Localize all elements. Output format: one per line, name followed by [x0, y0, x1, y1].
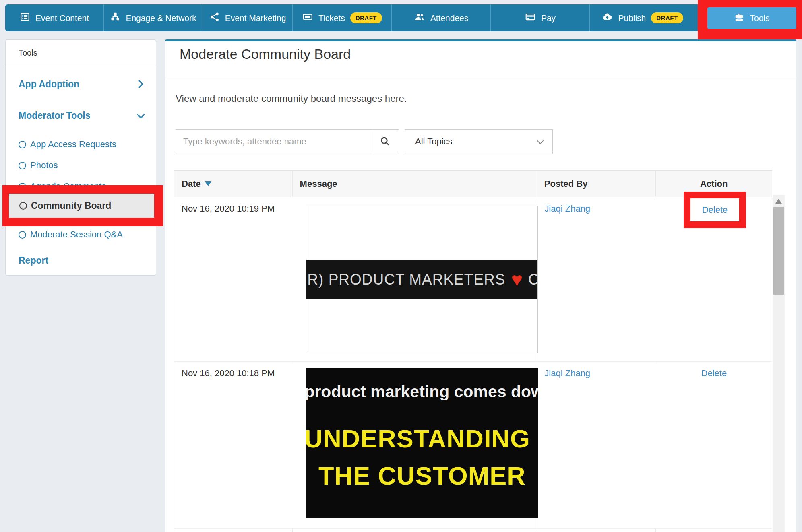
- sidebar: Tools App Adoption Moderator Tools App A…: [5, 39, 156, 276]
- sidebar-item-app-access-requests[interactable]: App Access Requests: [6, 136, 156, 153]
- sidebar-item-app-adoption[interactable]: App Adoption: [6, 73, 156, 95]
- tab-pay[interactable]: Pay: [491, 4, 590, 31]
- posted-by-link[interactable]: Jiaqi Zhang: [544, 530, 590, 532]
- sidebar-item-moderate-session-qa[interactable]: Moderate Session Q&A: [6, 226, 156, 243]
- column-header-posted-by: Posted By: [537, 171, 656, 197]
- page-title: Moderate Community Board: [180, 46, 351, 62]
- chevron-down-icon: [537, 138, 544, 144]
- main-panel: Moderate Community Board View and modera…: [165, 39, 796, 532]
- chevron-right-icon: [135, 80, 143, 88]
- search-button[interactable]: [371, 129, 399, 154]
- column-header-date[interactable]: Date: [174, 171, 292, 197]
- search-icon: [379, 136, 391, 148]
- search-input[interactable]: [176, 129, 371, 154]
- annotation-box-delete: Delete: [684, 192, 746, 228]
- network-icon: [110, 12, 120, 24]
- tab-tools[interactable]: Tools: [707, 7, 796, 29]
- tab-publish[interactable]: Publish DRAFT: [590, 4, 695, 31]
- page-description: View and moderate community board messag…: [176, 93, 407, 104]
- sidebar-title: Tools: [19, 40, 37, 66]
- messages-table: Date Message Posted By Action Nov 16, 20…: [174, 170, 772, 532]
- message-image: R) PRODUCT MARKETERS ♥ CUST: [306, 206, 538, 353]
- table-header-row: Date Message Posted By Action: [174, 171, 772, 197]
- topics-dropdown-value: All Topics: [415, 136, 453, 147]
- tab-attendees[interactable]: Attendees: [392, 4, 491, 31]
- tab-event-marketing[interactable]: Event Marketing: [203, 4, 293, 31]
- delete-link[interactable]: Delete: [701, 368, 727, 379]
- table-row: Nov 16, 2020 10:18 PM product marketing …: [174, 362, 772, 529]
- tab-engage-network[interactable]: Engage & Network: [104, 4, 203, 31]
- radio-circle-icon: [19, 141, 26, 148]
- tab-tickets[interactable]: Tickets DRAFT: [293, 4, 392, 31]
- cell-posted-by: Jiaqi Zhang: [537, 529, 656, 532]
- cloud-upload-icon: [602, 12, 613, 24]
- cell-message: product marketing comes dow UNDERSTANDIN…: [292, 362, 537, 528]
- message-image: product marketing comes dow UNDERSTANDIN…: [306, 368, 538, 518]
- topics-dropdown[interactable]: All Topics: [405, 129, 553, 154]
- briefcase-icon: [734, 12, 744, 25]
- cell-action: Delete: [655, 529, 772, 532]
- users-icon: [414, 12, 425, 24]
- radio-circle-icon: [19, 162, 26, 169]
- radio-circle-icon: [19, 231, 26, 239]
- ticket-icon: [302, 12, 313, 24]
- table-row: Nov 16, 2020 10:15 PM https://www.slides…: [174, 529, 772, 532]
- delete-link[interactable]: Delete: [701, 530, 727, 532]
- annotation-box-tools: Tools: [698, 0, 802, 39]
- tab-label: Pay: [541, 13, 556, 23]
- tab-label: Engage & Network: [126, 13, 196, 23]
- table-scrollbar[interactable]: [773, 195, 785, 532]
- list-icon: [20, 12, 30, 24]
- title-divider: [165, 78, 796, 78]
- cell-action: Delete: [656, 362, 772, 528]
- tab-label: Event Content: [35, 13, 89, 23]
- sort-descending-icon: [205, 181, 211, 186]
- chevron-down-icon: [137, 111, 145, 119]
- cell-posted-by: Jiaqi Zhang: [537, 197, 655, 361]
- top-nav: Event Content Engage & Network Event Mar…: [5, 4, 797, 31]
- draft-badge: DRAFT: [350, 12, 382, 23]
- radio-circle-icon: [19, 202, 27, 210]
- cell-date: Nov 16, 2020 10:15 PM: [174, 529, 292, 532]
- tab-label: Tickets: [318, 13, 345, 23]
- cell-message: https://www.slideshare.net/DriftHQ/what-…: [292, 529, 537, 532]
- tab-label: Tools: [750, 13, 769, 23]
- message-link-text: https://www.slideshare.net/DriftHQ/what-…: [300, 530, 498, 532]
- sidebar-item-moderator-tools[interactable]: Moderator Tools: [6, 104, 156, 127]
- table-row: Nov 16, 2020 10:19 PM R) PRODUCT MARKETE…: [174, 197, 772, 362]
- tab-label: Publish: [618, 13, 646, 23]
- column-header-message: Message: [292, 171, 537, 197]
- scroll-up-arrow-icon[interactable]: [775, 199, 782, 204]
- annotation-box-community-board: Community Board: [2, 185, 163, 226]
- sidebar-item-community-board[interactable]: Community Board: [9, 194, 154, 218]
- credit-card-icon: [525, 12, 536, 24]
- tab-event-content[interactable]: Event Content: [5, 4, 104, 31]
- delete-link[interactable]: Delete: [702, 205, 728, 215]
- share-icon: [209, 12, 220, 24]
- tab-label: Event Marketing: [225, 13, 286, 23]
- tab-label: Attendees: [430, 13, 469, 23]
- message-image-banner: R) PRODUCT MARKETERS ♥ CUST: [306, 260, 538, 299]
- delete-annotation-inner: Delete: [690, 198, 739, 221]
- sidebar-item-report[interactable]: Report: [6, 249, 156, 272]
- cell-date: Nov 16, 2020 10:19 PM: [174, 197, 292, 361]
- sidebar-divider: [6, 66, 156, 66]
- cell-message: R) PRODUCT MARKETERS ♥ CUST: [292, 197, 537, 361]
- posted-by-link[interactable]: Jiaqi Zhang: [544, 368, 590, 378]
- draft-badge: DRAFT: [651, 12, 683, 23]
- heart-icon: ♥: [511, 268, 523, 291]
- sidebar-item-photos[interactable]: Photos: [6, 157, 156, 174]
- cell-posted-by: Jiaqi Zhang: [537, 362, 655, 528]
- scrollbar-thumb[interactable]: [773, 207, 784, 295]
- cell-date: Nov 16, 2020 10:18 PM: [174, 362, 292, 528]
- posted-by-link[interactable]: Jiaqi Zhang: [544, 204, 590, 214]
